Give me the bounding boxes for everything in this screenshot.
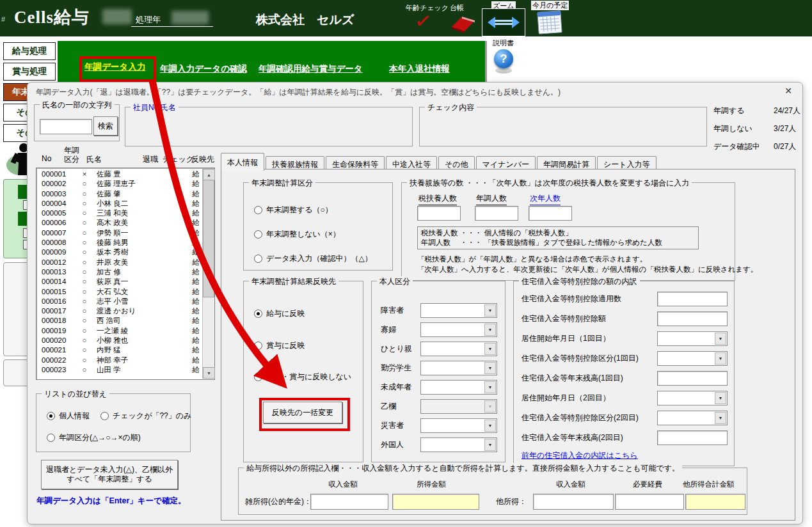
chevron-down-icon[interactable]: ▼ [484, 324, 496, 336]
employee-list-row[interactable]: 000022○神部 幸子給 [38, 356, 202, 365]
person-kubun-select-0[interactable]: ▼ [420, 303, 497, 318]
radio-selected[interactable] [47, 412, 55, 420]
employee-list-row[interactable]: 000019○一之瀬 綾給 [38, 326, 202, 336]
employee-list-row[interactable]: 000012○井原 友美給 [38, 258, 202, 267]
menu-link-input-data-check[interactable]: 年調入力データの確認 [160, 63, 247, 75]
sort-option-1[interactable]: チェックが「??」のみ [100, 411, 191, 421]
employee-list-row[interactable]: 000009○坂本 秀樹給 [38, 248, 202, 257]
calc-option-0[interactable]: 年末調整する（○） [254, 205, 333, 216]
scroll-down-icon[interactable]: ▼ [203, 367, 215, 379]
calendar-icon[interactable] [536, 10, 563, 35]
chevron-down-icon[interactable]: ▼ [715, 333, 726, 345]
calc-option-1[interactable]: 年末調整しない（×） [254, 229, 340, 240]
employee-list-row[interactable]: 000023○山田 学給 [38, 365, 202, 375]
employee-list-row[interactable]: 000014○荻原 真一給 [38, 277, 202, 287]
person-kubun-select-3[interactable]: ▼ [420, 361, 497, 375]
misc-income-revenue-input[interactable] [310, 494, 388, 510]
scroll-up-icon[interactable]: ▲ [203, 169, 215, 180]
zoom-icon[interactable] [482, 8, 525, 36]
chevron-down-icon[interactable]: ▼ [484, 362, 496, 374]
manual-question-icon[interactable]: ? [494, 49, 513, 68]
employee-name: 内野 猛 [97, 345, 121, 355]
reflect-option-1[interactable]: 賞与に反映 [254, 340, 305, 351]
sort-option-0[interactable]: 個人情報 [47, 411, 90, 421]
chevron-down-icon[interactable]: ▼ [484, 420, 496, 432]
sidebar-button-salary[interactable]: 給与処理 [3, 42, 56, 60]
chevron-down-icon[interactable]: ▼ [484, 439, 496, 451]
radio-unselected[interactable] [254, 206, 262, 214]
close-icon[interactable]: ✕ [784, 86, 792, 96]
menu-link-hire-retire-info[interactable]: 本年入退社情報 [389, 63, 450, 75]
menu-link-nencho-data-input[interactable]: 年調データ入力 [84, 61, 145, 73]
search-button[interactable]: 検索 [93, 116, 118, 136]
age-check-icon[interactable]: ✓ [413, 8, 433, 34]
sidebar-button-bonus[interactable]: 賞与処理 [3, 63, 56, 81]
person-kubun-select-7[interactable]: ▼ [420, 437, 497, 452]
radio-selected[interactable] [254, 310, 262, 318]
person-kubun-select-4[interactable]: ▼ [420, 380, 497, 395]
chevron-down-icon[interactable]: ▼ [715, 412, 726, 424]
housing-input-7[interactable] [657, 430, 728, 445]
search-input[interactable] [40, 119, 92, 134]
employee-list-row[interactable]: 000003○佐藤 肇給 [38, 189, 202, 199]
employee-list-row[interactable]: 000013○加古 修給 [38, 267, 202, 277]
previous-year-housing-link[interactable]: 前年の住宅借入金の内訳はこちら [521, 450, 638, 461]
next-year-count-input[interactable] [529, 206, 572, 221]
reflect-option-2[interactable]: 給与・賞与に反映しない [254, 372, 351, 382]
employee-list-row[interactable]: 000002○佐藤 理恵子給 [38, 179, 202, 189]
nencho-count-input[interactable] [475, 206, 518, 221]
housing-select-6[interactable]: ▼ [657, 411, 728, 425]
chevron-down-icon[interactable]: ▼ [715, 352, 726, 365]
housing-input-0[interactable] [657, 292, 728, 306]
list-scrollbar[interactable]: ▲ ▼ [202, 169, 214, 379]
employee-list-row[interactable]: 000004○小林 良二給 [38, 199, 202, 208]
scrollbar-thumb[interactable] [203, 180, 214, 297]
housing-select-2[interactable]: ▼ [657, 331, 728, 346]
bulk-change-target-button[interactable]: 反映先の一括変更 [263, 402, 342, 423]
calc-option-2[interactable]: データ未入力（確認中）（△） [254, 253, 372, 264]
tab-0[interactable]: 本人情報 [221, 153, 264, 171]
person-kubun-select-6[interactable]: ▼ [420, 418, 497, 433]
radio-unselected[interactable] [100, 412, 109, 420]
person-kubun-select-1[interactable]: ▼ [420, 322, 497, 337]
employee-list-row[interactable]: 000001×佐藤 豊給 [38, 169, 202, 179]
employee-list-row[interactable]: 000008○後藤 純男給 [38, 238, 202, 248]
menu-link-confirm-pay-bonus-data[interactable]: 年調確認用給与賞与データ [259, 63, 363, 75]
other-income-expense-input[interactable] [615, 494, 684, 510]
employee-list-row[interactable]: 000006○髙木 政美給 [38, 218, 202, 228]
radio-unselected[interactable] [47, 434, 55, 442]
chevron-down-icon[interactable]: ▼ [484, 381, 496, 393]
person-kubun-select-2[interactable]: ▼ [420, 342, 497, 356]
radio-unselected[interactable] [254, 255, 262, 263]
employee-list-row[interactable]: 000005○三浦 和美給 [38, 208, 202, 218]
other-income-revenue-input[interactable] [533, 494, 614, 510]
manual-label: 説明書 [493, 38, 531, 48]
chevron-down-icon[interactable]: ▼ [715, 392, 726, 404]
employee-list-row[interactable]: 000017○渡邊 かおり給 [38, 306, 202, 316]
other-income-total-input[interactable] [685, 494, 745, 510]
employee-list-row[interactable]: 000016○志平 小雪給 [38, 297, 202, 306]
chevron-down-icon[interactable]: ▼ [484, 343, 496, 355]
bulk-yearend-set-button[interactable]: 退職者とデータ未入力(△)、乙欄以外 すべて「年末調整」する [41, 460, 178, 489]
nencho-mark: ○ [80, 287, 89, 297]
employee-list-row[interactable]: 000007○伊勢 順一給 [38, 228, 202, 238]
chevron-down-icon[interactable]: ▼ [484, 304, 496, 317]
radio-unselected[interactable] [254, 230, 262, 239]
employee-list-row[interactable]: 000020○小柳 雅也給 [38, 336, 202, 345]
radio-unselected[interactable] [254, 342, 262, 350]
housing-select-5[interactable]: ▼ [657, 391, 728, 405]
sort-option-2[interactable]: 年調区分(△→○→×の順) [47, 432, 141, 443]
housing-select-3[interactable]: ▼ [657, 351, 728, 366]
radio-unselected[interactable] [254, 373, 262, 381]
ledger-book-icon[interactable] [448, 14, 477, 33]
reflect-target-mark: 給 [193, 356, 200, 365]
list-header-check: チェック [163, 154, 194, 165]
employee-list-row[interactable]: 000018○西 浩司給 [38, 316, 202, 326]
misc-income-amount-input[interactable] [392, 494, 479, 510]
housing-input-1[interactable] [657, 311, 728, 326]
reflect-option-0[interactable]: 給与に反映 [254, 308, 305, 319]
tax-dependents-input[interactable] [417, 206, 461, 221]
employee-list-row[interactable]: 000015○大石 弘文給 [38, 287, 202, 297]
housing-input-4[interactable] [657, 371, 728, 386]
employee-list-row[interactable]: 000021○内野 猛給 [38, 345, 202, 355]
